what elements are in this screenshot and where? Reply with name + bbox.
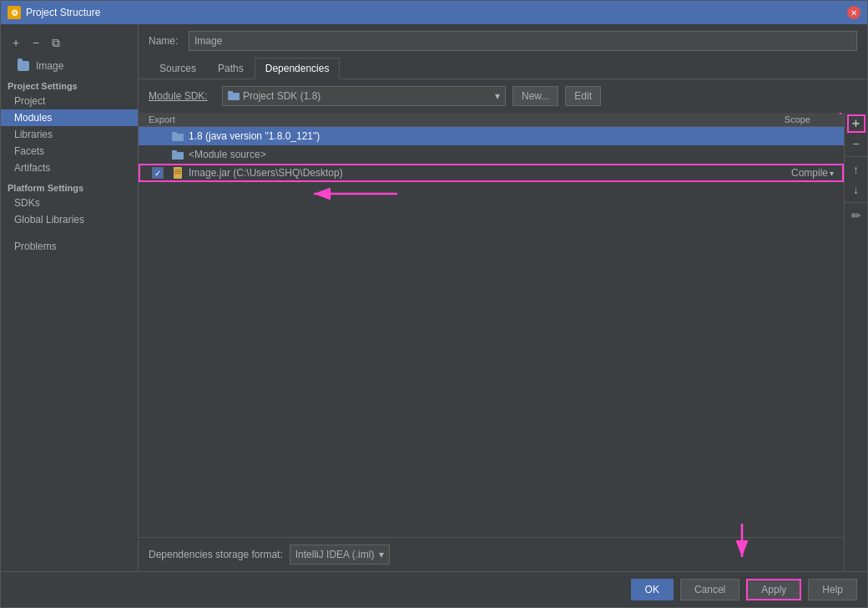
- module-source-icon-col: [170, 149, 185, 160]
- jdk-icon-col: [170, 131, 185, 141]
- svg-rect-1: [228, 91, 233, 94]
- cancel-button[interactable]: Cancel: [680, 579, 739, 600]
- jdk-name: 1.8 (java version "1.8.0_121"): [189, 130, 830, 142]
- export-header: Export: [149, 114, 199, 124]
- move-down-button[interactable]: ↓: [847, 180, 865, 199]
- sidebar-item-libraries[interactable]: Libraries: [1, 126, 138, 143]
- sidebar-copy-button[interactable]: ⧉: [48, 34, 64, 51]
- dep-table-header: Export Scope: [139, 113, 844, 127]
- storage-row: Dependencies storage format: IntelliJ ID…: [139, 537, 844, 571]
- tab-sources[interactable]: Sources: [149, 58, 207, 79]
- sdk-new-button[interactable]: New...: [512, 86, 558, 106]
- storage-dropdown[interactable]: IntelliJ IDEA (.iml) ▾: [290, 545, 391, 565]
- module-sdk-row: Module SDK: Project SDK (1.8) ▾ New... E…: [139, 79, 867, 113]
- image-jar-icon-col: [170, 167, 185, 179]
- image-jar-name: Image.jar (C:\Users\SHQ\Desktop): [189, 167, 788, 179]
- svg-rect-8: [174, 171, 181, 172]
- sidebar-item-problems[interactable]: Problems: [1, 238, 138, 255]
- sdk-value: Project SDK (1.8): [243, 90, 320, 102]
- window-title: Project Structure: [26, 7, 842, 18]
- sdk-edit-button[interactable]: Edit: [565, 86, 601, 106]
- window-icon: ⚙: [8, 6, 21, 19]
- dep-row-module-source[interactable]: <Module source>: [139, 145, 844, 164]
- bottom-bar: OK Cancel Apply Help: [1, 571, 867, 607]
- svg-rect-9: [174, 173, 181, 174]
- global-libraries-label: Global Libraries: [14, 214, 84, 225]
- sidebar-item-artifacts[interactable]: Artifacts: [1, 160, 138, 176]
- main-content: + − ⧉ Image Project Settings Project Mod…: [1, 24, 867, 571]
- image-jar-checkbox[interactable]: ✓: [152, 167, 164, 179]
- artifacts-label: Artifacts: [14, 162, 50, 174]
- dep-table-panel: Export Scope 1.8 (java ve: [139, 113, 844, 571]
- scope-dropdown-arrow[interactable]: ▾: [830, 169, 834, 178]
- module-item-label: Image: [36, 60, 63, 72]
- sidebar-remove-button[interactable]: −: [28, 34, 44, 51]
- edit-dependency-button[interactable]: ✏: [847, 206, 865, 225]
- storage-label: Dependencies storage format:: [149, 549, 283, 560]
- sidebar-item-facets[interactable]: Facets: [1, 143, 138, 160]
- remove-dependency-button[interactable]: −: [847, 134, 865, 153]
- move-up-button[interactable]: ↑: [847, 160, 865, 179]
- sidebar-item-sdks[interactable]: SDKs: [1, 195, 138, 211]
- help-button[interactable]: Help: [808, 579, 857, 600]
- platform-settings-section: Platform Settings: [1, 176, 138, 195]
- sdk-dropdown[interactable]: Project SDK (1.8) ▾: [222, 86, 506, 106]
- name-row: Name:: [139, 24, 867, 58]
- module-folder-icon: [18, 61, 29, 71]
- svg-rect-7: [174, 170, 181, 170]
- right-panel: Name: Sources Paths Dependencies Module …: [139, 24, 867, 571]
- dependencies-panel: Export Scope 1.8 (java ve: [139, 113, 867, 571]
- sidebar-item-project[interactable]: Project: [1, 93, 138, 109]
- close-button[interactable]: ✕: [847, 6, 860, 19]
- facets-label: Facets: [14, 145, 44, 157]
- storage-arrow-icon: ▾: [379, 549, 384, 560]
- sdks-label: SDKs: [14, 197, 40, 209]
- apply-button[interactable]: Apply: [746, 579, 801, 600]
- sdk-arrow-icon: ▾: [495, 90, 500, 102]
- libraries-label: Libraries: [14, 129, 53, 140]
- sidebar-toolbar: + − ⧉: [1, 31, 138, 54]
- sidebar-add-button[interactable]: +: [8, 34, 24, 51]
- problems-label: Problems: [14, 241, 57, 252]
- project-settings-section: Project Settings: [1, 74, 138, 93]
- sdk-folder-icon: [228, 90, 240, 103]
- right-action-bar: + − ↑ ↓ ✏: [844, 113, 867, 571]
- dep-rows-container: 1.8 (java version "1.8.0_121") <Module s…: [139, 127, 844, 182]
- project-label: Project: [14, 95, 45, 107]
- ok-button[interactable]: OK: [631, 579, 674, 600]
- tabs-row: Sources Paths Dependencies: [139, 58, 867, 79]
- sidebar-item-global-libraries[interactable]: Global Libraries: [1, 211, 138, 228]
- sidebar-module-item[interactable]: Image: [1, 58, 138, 74]
- tab-paths[interactable]: Paths: [207, 58, 255, 79]
- dep-row-image-jar[interactable]: ✓ Image.jar (C:\Users\SHQ\Desktop) Compi…: [139, 164, 844, 182]
- image-jar-scope-value: Compile: [791, 167, 828, 179]
- add-dependency-button[interactable]: +: [847, 114, 865, 133]
- svg-rect-5: [172, 150, 177, 154]
- project-structure-window: ⚙ Project Structure ✕ + − ⧉ Image Projec…: [0, 0, 868, 608]
- module-sdk-label: Module SDK:: [149, 90, 215, 102]
- title-bar: ⚙ Project Structure ✕: [1, 1, 867, 24]
- modules-label: Modules: [14, 112, 52, 124]
- image-jar-scope[interactable]: Compile ▾: [791, 167, 834, 179]
- svg-rect-3: [172, 132, 177, 135]
- dep-table-area: 1.8 (java version "1.8.0_121") <Module s…: [139, 127, 844, 537]
- sidebar-item-modules[interactable]: Modules: [1, 109, 138, 126]
- name-label: Name:: [149, 35, 182, 47]
- name-input[interactable]: [189, 31, 857, 51]
- tab-dependencies[interactable]: Dependencies: [255, 58, 341, 79]
- dep-row-jdk[interactable]: 1.8 (java version "1.8.0_121"): [139, 127, 844, 145]
- image-jar-check-col[interactable]: ✓: [149, 167, 167, 179]
- scope-header: Scope: [785, 114, 810, 124]
- storage-value: IntelliJ IDEA (.iml): [295, 549, 375, 560]
- module-source-name: <Module source>: [189, 149, 830, 160]
- sidebar: + − ⧉ Image Project Settings Project Mod…: [1, 24, 139, 571]
- window-controls: ✕: [847, 6, 860, 19]
